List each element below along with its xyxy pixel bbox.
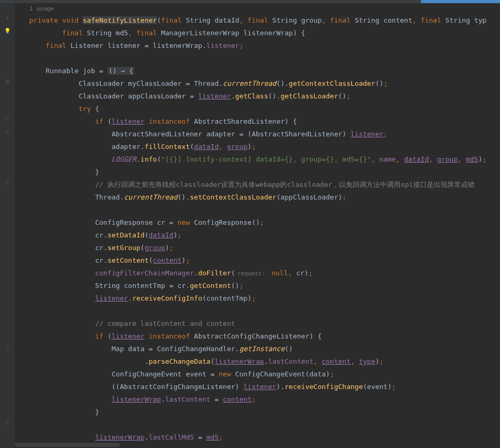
code-line[interactable]: listenerWrap.lastContent = content; — [17, 393, 500, 406]
operator: = — [239, 130, 244, 138]
code-content[interactable]: 1 usage private void safeNotifyListener(… — [15, 3, 500, 448]
variable-link[interactable]: listener — [95, 294, 128, 302]
code-line[interactable]: if (listener instanceof AbstractConfigCh… — [17, 330, 500, 343]
code-line[interactable]: // 执行回调之前先将线程classloader设置为具体webapp的clas… — [17, 178, 500, 191]
parameter-link[interactable]: dataId — [148, 231, 173, 239]
code-line[interactable]: configFilterChainManager.doFilter(reques… — [17, 267, 500, 280]
code-line[interactable]: ConfigResponse cr = new ConfigResponse()… — [17, 216, 500, 229]
variable-link[interactable]: listenerWrap — [112, 395, 161, 403]
code-line[interactable]: cr.setGroup(group); — [17, 242, 500, 254]
gutter-spacer — [0, 49, 15, 62]
code-line[interactable]: ClassLoader appClassLoader = listener.ge… — [17, 90, 500, 103]
parameter-link[interactable]: md5 — [206, 433, 218, 441]
variable-link[interactable]: listener — [198, 92, 231, 100]
variable: listener — [107, 42, 141, 49]
operator: = — [186, 79, 190, 87]
code-line[interactable]: cr.setContent(content); — [17, 254, 500, 267]
code-line[interactable]: Runnable job = () → { — [17, 65, 500, 77]
gutter-override-icon[interactable]: ⬇ — [0, 12, 15, 24]
code-line[interactable]: ((AbstractConfigChangeListener) listener… — [17, 381, 500, 393]
type: ClassLoader — [78, 92, 124, 100]
variable-link[interactable]: listener — [112, 332, 145, 340]
variable-link[interactable]: listener — [112, 117, 145, 125]
parameter-link[interactable]: dataId — [194, 143, 219, 151]
gutter-marker-icon[interactable]: ▽ — [0, 125, 15, 138]
field: listener — [206, 42, 239, 49]
code-line[interactable]: } — [17, 406, 500, 419]
intention-bulb-icon[interactable]: 💡 — [0, 24, 15, 37]
code-line[interactable]: .parseChangeData(listenerWrap.lastConten… — [17, 355, 500, 368]
parameter-link[interactable]: dataId — [404, 155, 429, 163]
keyword: null — [272, 269, 288, 277]
gutter-lock-icon[interactable]: ⌂ — [0, 176, 15, 188]
parameter-link[interactable]: type — [359, 357, 375, 365]
code-line[interactable]: Map data = ConfigChangeHandler.getInstan… — [17, 343, 500, 355]
code-line[interactable]: AbstractSharedListener adapter = (Abstra… — [17, 128, 500, 141]
code-editor[interactable]: ⬇ 💡 ⊞ ▽ ▽ ⌂ ▽ ⌂ 1 usage pri — [0, 3, 500, 448]
fold-expand-icon[interactable]: ⊞ — [0, 75, 15, 87]
gutter-spacer — [0, 100, 15, 113]
code-line[interactable]: ConfigChangeEvent event = new ConfigChan… — [17, 368, 500, 381]
variable: cr — [296, 269, 305, 277]
parameter: dataId — [215, 16, 239, 24]
gutter-spacer — [0, 327, 15, 340]
code-line[interactable]: listenerWrap.lastCallMd5 = md5; — [17, 431, 500, 444]
code-line[interactable]: } — [17, 166, 500, 178]
code-line[interactable] — [17, 52, 500, 65]
code-line[interactable] — [17, 204, 500, 216]
operator: = — [169, 282, 174, 290]
operator: = — [215, 395, 219, 403]
gutter-spacer — [0, 62, 15, 75]
code-line[interactable]: adapter.fillContext(dataId, group); — [17, 141, 500, 153]
gutter-spacer — [0, 365, 15, 378]
code-line[interactable]: final Listener listener = listenerWrap.l… — [17, 39, 500, 52]
code-line[interactable]: try { — [17, 103, 500, 115]
variable-link[interactable]: listenerWrap — [215, 357, 264, 365]
gutter-spacer — [0, 277, 15, 290]
code-line[interactable]: ClassLoader myClassLoader = Thread.curre… — [17, 77, 500, 90]
keyword: if — [95, 117, 104, 125]
parameter: md5 — [116, 29, 128, 37]
variable: cr — [95, 231, 104, 239]
horizontal-scrollbar[interactable] — [15, 443, 120, 447]
type: AbstractSharedListener — [194, 117, 285, 125]
parameter-link[interactable]: group — [145, 244, 165, 252]
variable-link[interactable]: listenerWrap — [95, 433, 145, 441]
parameter-link[interactable]: group — [437, 155, 457, 163]
code-line[interactable]: Thread.currentThread().setContextClassLo… — [17, 191, 500, 204]
method-call: getContextClassLoader — [289, 79, 375, 87]
code-line[interactable]: listener.receiveConfigInfo(contentTmp); — [17, 292, 500, 305]
gutter-marker-icon[interactable]: ▽ — [0, 113, 15, 125]
type: String — [272, 16, 297, 24]
operator: = — [169, 218, 174, 226]
variable: adapter — [112, 143, 141, 151]
code-line[interactable]: // compare lastContent and content — [17, 317, 500, 330]
method-call: info — [141, 155, 157, 163]
gutter-marker-icon[interactable]: ▽ — [0, 340, 15, 353]
gutter-spacer — [0, 87, 15, 100]
type: ClassLoader — [78, 79, 124, 87]
code-line[interactable] — [17, 419, 500, 431]
brace: { — [293, 117, 297, 125]
code-line[interactable]: String contentTmp = cr.getContent(); — [17, 280, 500, 292]
parameter-link[interactable]: content — [322, 357, 351, 365]
gutter-spacer — [0, 315, 15, 327]
variable-link[interactable]: listener — [243, 383, 276, 391]
variable: job — [83, 67, 95, 75]
method-call: doFilter — [198, 269, 231, 277]
parameter-link[interactable]: md5 — [466, 155, 478, 163]
code-line[interactable]: cr.setDataId(dataId); — [17, 229, 500, 242]
code-line[interactable] — [17, 305, 500, 317]
code-line[interactable]: if (listener instanceof AbstractSharedLi… — [17, 115, 500, 128]
type: String — [186, 16, 211, 24]
code-line[interactable]: LOGGER.info("[{}] [notify-context] dataI… — [17, 153, 500, 166]
parameter-link[interactable]: group — [227, 143, 247, 151]
parameter-link[interactable]: content — [223, 395, 252, 403]
parameter-link[interactable]: content — [153, 256, 182, 264]
code-line[interactable]: private void safeNotifyListener(final St… — [17, 14, 500, 27]
usage-hint[interactable]: 1 usage — [17, 3, 500, 14]
gutter-lock-icon[interactable]: ⌂ — [0, 416, 15, 429]
variable-link[interactable]: listener — [351, 130, 384, 138]
keyword: final — [247, 16, 268, 24]
code-line[interactable]: final String md5, final ManagerListenerW… — [17, 27, 500, 39]
